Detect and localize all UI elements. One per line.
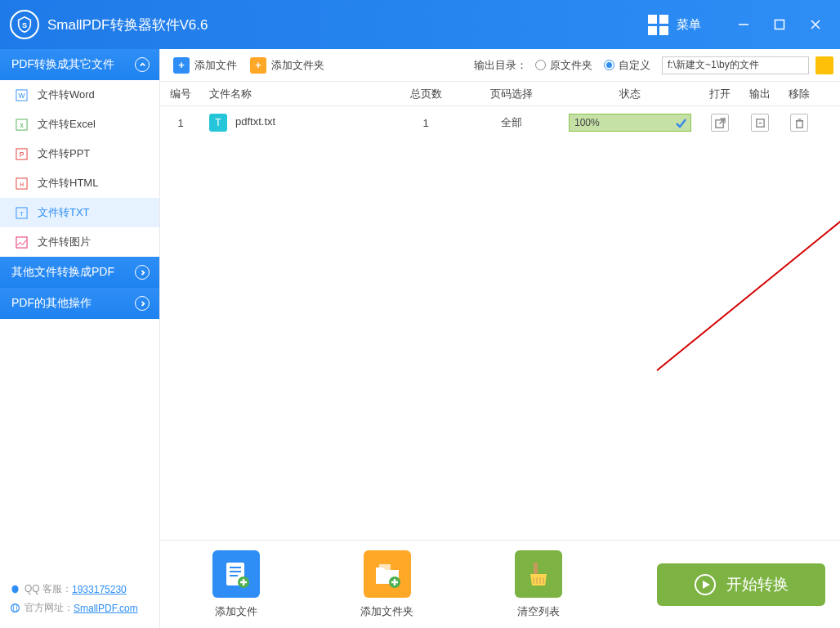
bottom-label: 添加文件 — [215, 604, 257, 619]
add-file-icon: + — [173, 57, 190, 74]
check-icon — [674, 116, 687, 129]
minimize-button[interactable] — [726, 8, 762, 41]
section-label: 其他文件转换成PDF — [11, 265, 114, 280]
svg-text:P: P — [19, 150, 24, 159]
chevron-right-icon — [135, 265, 150, 280]
excel-icon: x — [15, 118, 28, 131]
title-bar: S SmallPDF转换器软件V6.6 菜单 — [0, 0, 840, 49]
sidebar: PDF转换成其它文件 W文件转Word x文件转Excel P文件转PPT H文… — [0, 49, 160, 628]
output-dir-label: 输出目录： — [474, 58, 527, 73]
col-index: 编号 — [160, 87, 201, 101]
radio-source-folder[interactable]: 原文件夹 — [535, 58, 592, 73]
svg-point-18 — [13, 604, 16, 612]
svg-text:W: W — [18, 92, 25, 100]
chevron-right-icon — [135, 296, 150, 311]
output-path-input[interactable] — [662, 56, 809, 74]
txt-icon: T — [15, 206, 28, 219]
start-convert-button[interactable]: 开始转换 — [657, 563, 825, 606]
browse-folder-button[interactable] — [815, 56, 833, 74]
svg-text:S: S — [22, 21, 27, 29]
txt-icon: T — [209, 114, 227, 132]
bottom-add-folder[interactable]: 添加文件夹 — [311, 550, 462, 619]
output-button[interactable] — [751, 114, 769, 132]
col-pagesel: 页码选择 — [462, 87, 561, 101]
radio-label: 自定义 — [619, 58, 650, 73]
cell-status: 100% — [561, 114, 699, 132]
svg-rect-38 — [534, 563, 538, 574]
remove-button[interactable] — [790, 114, 808, 132]
clear-big-icon — [515, 550, 562, 598]
col-open: 打开 — [699, 87, 740, 101]
cell-index: 1 — [160, 117, 201, 129]
nav-label: 文件转PPT — [38, 146, 90, 161]
table-row: 1 Tpdftxt.txt 1 全部 100% — [160, 106, 840, 139]
play-icon — [694, 573, 717, 596]
add-folder-button[interactable]: +添加文件夹 — [250, 57, 324, 74]
bottom-add-file[interactable]: 添加文件 — [160, 550, 311, 619]
add-folder-icon: + — [250, 57, 266, 74]
sidebar-item-txt[interactable]: T文件转TXT — [0, 198, 159, 227]
nav-label: 文件转图片 — [38, 235, 91, 249]
nav-label: 文件转HTML — [38, 176, 98, 191]
grid-icon — [648, 15, 668, 35]
radio-custom[interactable]: 自定义 — [604, 58, 650, 73]
maximize-button[interactable] — [762, 8, 798, 41]
image-icon — [15, 236, 28, 249]
svg-line-20 — [719, 118, 725, 123]
radio-label: 原文件夹 — [550, 58, 592, 73]
bottom-label: 添加文件夹 — [360, 604, 413, 619]
col-status: 状态 — [561, 87, 699, 101]
add-file-button[interactable]: +添加文件 — [173, 57, 237, 74]
menu-button[interactable]: 菜单 — [648, 15, 701, 35]
open-button[interactable] — [711, 114, 729, 132]
sidebar-item-image[interactable]: 文件转图片 — [0, 227, 159, 257]
add-file-big-icon — [212, 550, 260, 598]
chevron-down-icon — [135, 57, 150, 72]
svg-marker-44 — [703, 581, 710, 589]
progress-text: 100% — [574, 117, 600, 128]
app-logo: S — [10, 10, 39, 39]
section-pdf-other-ops[interactable]: PDF的其他操作 — [0, 288, 159, 319]
sidebar-item-html[interactable]: H文件转HTML — [0, 168, 159, 198]
menu-label: 菜单 — [677, 17, 701, 33]
svg-point-17 — [11, 604, 20, 612]
sidebar-item-ppt[interactable]: P文件转PPT — [0, 139, 159, 168]
sidebar-item-excel[interactable]: x文件转Excel — [0, 110, 159, 139]
cell-name: Tpdftxt.txt — [201, 114, 389, 132]
section-pdf-to-other[interactable]: PDF转换成其它文件 — [0, 49, 159, 80]
col-pages: 总页数 — [389, 87, 462, 101]
table-header: 编号 文件名称 总页数 页码选择 状态 打开 输出 移除 — [160, 82, 840, 106]
cell-pagesel[interactable]: 全部 — [462, 115, 561, 130]
section-label: PDF的其他操作 — [11, 296, 92, 311]
toolbar: +添加文件 +添加文件夹 输出目录： 原文件夹 自定义 — [160, 49, 840, 82]
sidebar-item-word[interactable]: W文件转Word — [0, 80, 159, 110]
svg-text:H: H — [20, 182, 24, 187]
svg-rect-34 — [379, 564, 391, 571]
html-icon: H — [15, 177, 28, 190]
section-other-to-pdf[interactable]: 其他文件转换成PDF — [0, 257, 159, 288]
sidebar-footer: QQ 客服：1933175230 官方网址：SmallPDF.com — [0, 569, 159, 628]
site-link[interactable]: SmallPDF.com — [74, 603, 138, 614]
svg-text:T: T — [20, 210, 24, 218]
qq-label: QQ 客服： — [25, 582, 72, 596]
annotation-arrow — [653, 195, 840, 375]
file-name: pdftxt.txt — [235, 115, 275, 128]
nav-label: 文件转Excel — [38, 117, 96, 132]
ppt-icon: P — [15, 147, 28, 160]
add-folder-big-icon — [364, 550, 411, 598]
col-output: 输出 — [740, 87, 780, 101]
qq-link[interactable]: 1933175230 — [72, 584, 127, 595]
word-icon: W — [15, 88, 28, 101]
qq-icon — [10, 584, 20, 594]
svg-text:x: x — [20, 121, 24, 129]
bottom-bar: 添加文件 添加文件夹 清空列表 开始转换 — [160, 540, 840, 628]
nav-label: 文件转Word — [38, 87, 95, 102]
svg-rect-2 — [775, 20, 784, 29]
svg-rect-23 — [796, 120, 802, 127]
bottom-clear-list[interactable]: 清空列表 — [462, 550, 614, 619]
close-button[interactable] — [798, 8, 833, 41]
col-name: 文件名称 — [201, 87, 389, 101]
svg-point-16 — [11, 585, 18, 594]
bottom-label: 清空列表 — [517, 604, 560, 619]
site-label: 官方网址： — [25, 601, 74, 615]
